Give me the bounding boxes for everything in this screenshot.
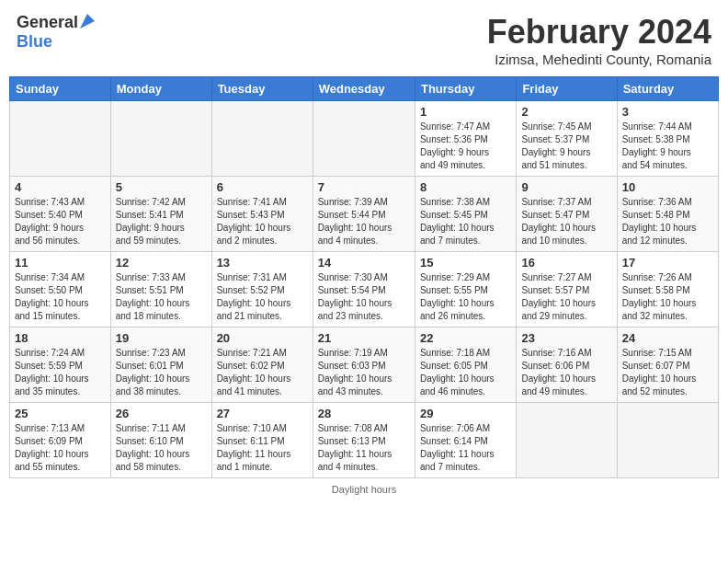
calendar-cell: 1Sunrise: 7:47 AM Sunset: 5:36 PM Daylig…	[415, 101, 516, 177]
day-number: 19	[116, 331, 207, 345]
calendar-cell: 3Sunrise: 7:44 AM Sunset: 5:38 PM Daylig…	[617, 101, 718, 177]
day-info: Sunrise: 7:11 AM Sunset: 6:10 PM Dayligh…	[116, 422, 207, 474]
calendar-body: 1Sunrise: 7:47 AM Sunset: 5:36 PM Daylig…	[10, 101, 719, 478]
calendar-cell: 16Sunrise: 7:27 AM Sunset: 5:57 PM Dayli…	[517, 252, 617, 327]
day-number: 3	[622, 105, 713, 119]
day-info: Sunrise: 7:36 AM Sunset: 5:48 PM Dayligh…	[622, 196, 713, 247]
day-info: Sunrise: 7:41 AM Sunset: 5:43 PM Dayligh…	[217, 196, 308, 247]
day-info: Sunrise: 7:18 AM Sunset: 6:05 PM Dayligh…	[420, 347, 511, 398]
day-info: Sunrise: 7:24 AM Sunset: 5:59 PM Dayligh…	[15, 347, 106, 398]
day-number: 20	[217, 331, 308, 345]
day-number: 1	[420, 105, 511, 119]
day-number: 29	[420, 407, 511, 420]
day-info: Sunrise: 7:15 AM Sunset: 6:07 PM Dayligh…	[622, 347, 713, 398]
day-of-week-header: Wednesday	[313, 77, 415, 101]
calendar-header: SundayMondayTuesdayWednesdayThursdayFrid…	[10, 77, 719, 101]
calendar-cell: 7Sunrise: 7:39 AM Sunset: 5:44 PM Daylig…	[313, 177, 415, 252]
calendar-table: SundayMondayTuesdayWednesdayThursdayFrid…	[9, 76, 719, 478]
calendar-cell: 19Sunrise: 7:23 AM Sunset: 6:01 PM Dayli…	[110, 327, 211, 403]
day-number: 12	[116, 256, 207, 270]
calendar-cell: 15Sunrise: 7:29 AM Sunset: 5:55 PM Dayli…	[415, 252, 516, 327]
calendar-cell: 9Sunrise: 7:37 AM Sunset: 5:47 PM Daylig…	[517, 177, 617, 252]
day-info: Sunrise: 7:31 AM Sunset: 5:52 PM Dayligh…	[217, 271, 308, 323]
day-info: Sunrise: 7:08 AM Sunset: 6:13 PM Dayligh…	[318, 422, 410, 474]
day-of-week-header: Sunday	[10, 77, 111, 101]
day-info: Sunrise: 7:23 AM Sunset: 6:01 PM Dayligh…	[116, 347, 207, 398]
day-info: Sunrise: 7:37 AM Sunset: 5:47 PM Dayligh…	[521, 196, 611, 247]
logo: General Blue	[17, 13, 95, 52]
day-number: 2	[521, 105, 611, 119]
calendar-cell: 29Sunrise: 7:06 AM Sunset: 6:14 PM Dayli…	[415, 403, 516, 478]
calendar-cell: 6Sunrise: 7:41 AM Sunset: 5:43 PM Daylig…	[211, 177, 313, 252]
calendar-cell: 28Sunrise: 7:08 AM Sunset: 6:13 PM Dayli…	[313, 403, 415, 478]
calendar-cell: 13Sunrise: 7:31 AM Sunset: 5:52 PM Dayli…	[211, 252, 313, 327]
calendar-cell: 11Sunrise: 7:34 AM Sunset: 5:50 PM Dayli…	[10, 252, 111, 327]
day-info: Sunrise: 7:39 AM Sunset: 5:44 PM Dayligh…	[318, 196, 410, 247]
day-number: 17	[622, 256, 713, 270]
logo-arrow-icon	[80, 14, 95, 32]
day-info: Sunrise: 7:21 AM Sunset: 6:02 PM Dayligh…	[217, 347, 308, 398]
day-info: Sunrise: 7:29 AM Sunset: 5:55 PM Dayligh…	[420, 271, 511, 323]
day-info: Sunrise: 7:16 AM Sunset: 6:06 PM Dayligh…	[521, 347, 611, 398]
day-number: 21	[318, 331, 410, 345]
day-number: 13	[217, 256, 308, 270]
day-number: 7	[318, 180, 410, 194]
day-info: Sunrise: 7:27 AM Sunset: 5:57 PM Dayligh…	[521, 271, 611, 323]
day-info: Sunrise: 7:43 AM Sunset: 5:40 PM Dayligh…	[15, 196, 106, 247]
calendar-cell: 23Sunrise: 7:16 AM Sunset: 6:06 PM Dayli…	[517, 327, 617, 403]
calendar-cell: 22Sunrise: 7:18 AM Sunset: 6:05 PM Dayli…	[415, 327, 516, 403]
calendar-cell: 18Sunrise: 7:24 AM Sunset: 5:59 PM Dayli…	[10, 327, 111, 403]
day-number: 4	[15, 180, 106, 194]
day-number: 25	[15, 407, 106, 420]
day-number: 16	[521, 256, 611, 270]
calendar-cell	[211, 101, 313, 177]
day-of-week-header: Tuesday	[211, 77, 313, 101]
logo-blue-text: Blue	[17, 32, 52, 51]
day-info: Sunrise: 7:42 AM Sunset: 5:41 PM Dayligh…	[116, 196, 207, 247]
calendar-cell: 8Sunrise: 7:38 AM Sunset: 5:45 PM Daylig…	[415, 177, 516, 252]
footer: Daylight hours	[9, 484, 719, 495]
calendar-week-row: 25Sunrise: 7:13 AM Sunset: 6:09 PM Dayli…	[10, 403, 719, 478]
day-info: Sunrise: 7:45 AM Sunset: 5:37 PM Dayligh…	[521, 121, 611, 172]
calendar-cell: 20Sunrise: 7:21 AM Sunset: 6:02 PM Dayli…	[211, 327, 313, 403]
calendar-week-row: 1Sunrise: 7:47 AM Sunset: 5:36 PM Daylig…	[10, 101, 719, 177]
day-number: 14	[318, 256, 410, 270]
day-info: Sunrise: 7:33 AM Sunset: 5:51 PM Dayligh…	[116, 271, 207, 323]
calendar-cell	[110, 101, 211, 177]
day-number: 28	[318, 407, 410, 420]
day-number: 27	[217, 407, 308, 420]
calendar-cell: 10Sunrise: 7:36 AM Sunset: 5:48 PM Dayli…	[617, 177, 718, 252]
day-number: 9	[521, 180, 611, 194]
calendar-cell	[617, 403, 718, 478]
day-of-week-header: Friday	[517, 77, 617, 101]
day-info: Sunrise: 7:38 AM Sunset: 5:45 PM Dayligh…	[420, 196, 511, 247]
calendar-cell	[10, 101, 111, 177]
day-info: Sunrise: 7:26 AM Sunset: 5:58 PM Dayligh…	[622, 271, 713, 323]
day-of-week-header: Saturday	[617, 77, 718, 101]
calendar-cell: 25Sunrise: 7:13 AM Sunset: 6:09 PM Dayli…	[10, 403, 111, 478]
day-info: Sunrise: 7:06 AM Sunset: 6:14 PM Dayligh…	[420, 422, 511, 474]
day-info: Sunrise: 7:30 AM Sunset: 5:54 PM Dayligh…	[318, 271, 410, 323]
page-header: General Blue February 2024 Izimsa, Mehed…	[9, 9, 719, 71]
day-info: Sunrise: 7:13 AM Sunset: 6:09 PM Dayligh…	[15, 422, 106, 474]
calendar-cell: 24Sunrise: 7:15 AM Sunset: 6:07 PM Dayli…	[617, 327, 718, 403]
calendar-cell: 27Sunrise: 7:10 AM Sunset: 6:11 PM Dayli…	[211, 403, 313, 478]
calendar-cell	[517, 403, 617, 478]
calendar-cell: 4Sunrise: 7:43 AM Sunset: 5:40 PM Daylig…	[10, 177, 111, 252]
calendar-cell: 14Sunrise: 7:30 AM Sunset: 5:54 PM Dayli…	[313, 252, 415, 327]
day-number: 8	[420, 180, 511, 194]
day-number: 24	[622, 331, 713, 345]
svg-marker-0	[80, 14, 95, 29]
logo-general-text: General	[17, 13, 78, 32]
calendar-cell	[313, 101, 415, 177]
day-info: Sunrise: 7:34 AM Sunset: 5:50 PM Dayligh…	[15, 271, 106, 323]
days-of-week-row: SundayMondayTuesdayWednesdayThursdayFrid…	[10, 77, 719, 101]
calendar-week-row: 4Sunrise: 7:43 AM Sunset: 5:40 PM Daylig…	[10, 177, 719, 252]
calendar-cell: 17Sunrise: 7:26 AM Sunset: 5:58 PM Dayli…	[617, 252, 718, 327]
day-number: 18	[15, 331, 106, 345]
calendar-cell: 12Sunrise: 7:33 AM Sunset: 5:51 PM Dayli…	[110, 252, 211, 327]
day-number: 22	[420, 331, 511, 345]
day-number: 11	[15, 256, 106, 270]
calendar-week-row: 11Sunrise: 7:34 AM Sunset: 5:50 PM Dayli…	[10, 252, 719, 327]
calendar-subtitle: Izimsa, Mehedinti County, Romania	[487, 52, 711, 67]
